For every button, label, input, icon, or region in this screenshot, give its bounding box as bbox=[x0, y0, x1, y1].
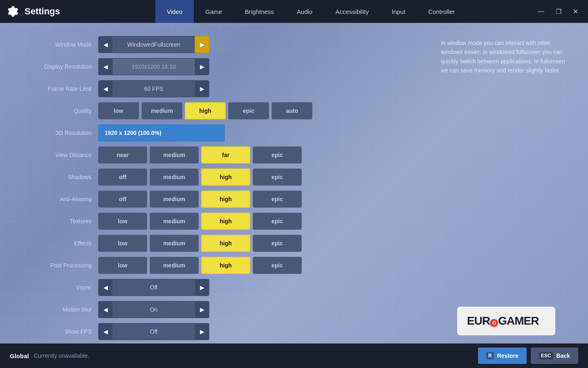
effects-medium[interactable]: medium bbox=[150, 235, 199, 252]
vsync-control: ◀ Off ▶ bbox=[98, 279, 209, 296]
display-resolution-label: Display Resolution bbox=[16, 63, 98, 70]
minimize-button[interactable]: — bbox=[534, 6, 548, 17]
vsync-row: Vsync ◀ Off ▶ bbox=[16, 278, 424, 297]
shadows-medium[interactable]: medium bbox=[150, 168, 199, 186]
effects-high[interactable]: high bbox=[201, 235, 250, 252]
vsync-label: Vsync bbox=[16, 284, 98, 291]
textures-epic[interactable]: epic bbox=[253, 213, 302, 230]
resolution-3d-button[interactable]: 1920 x 1200 (100.0%) bbox=[98, 124, 225, 141]
show-fps-label: Show FPS bbox=[16, 328, 98, 335]
window-mode-row: Window Mode ◀ WindowedFullscreen ▶ bbox=[16, 35, 424, 54]
title-bar: Settings Video Game Brightness Audio Acc… bbox=[0, 0, 588, 23]
shadows-buttons: off medium high epic bbox=[98, 168, 302, 186]
anti-aliasing-high[interactable]: high bbox=[201, 191, 250, 208]
window-mode-prev[interactable]: ◀ bbox=[98, 36, 113, 53]
show-fps-control: ◀ Off ▶ bbox=[98, 323, 209, 340]
watermark-circle: O bbox=[490, 319, 498, 327]
display-resolution-control: ◀ 1920x1200 16:10 ▶ bbox=[98, 58, 209, 75]
vsync-next[interactable]: ▶ bbox=[195, 279, 209, 296]
show-fps-row: Show FPS ◀ Off ▶ bbox=[16, 322, 424, 341]
view-distance-row: View Distance near medium far epic bbox=[16, 146, 424, 164]
restore-button[interactable]: R Restore bbox=[478, 348, 527, 364]
effects-low[interactable]: low bbox=[98, 235, 147, 252]
status-text: Currently unavailable. bbox=[34, 352, 89, 359]
shadows-label: Shadows bbox=[16, 174, 98, 180]
back-button[interactable]: ESC Back bbox=[531, 348, 578, 364]
tab-accessibility[interactable]: Accessibility bbox=[324, 0, 380, 23]
anti-aliasing-buttons: off medium high epic bbox=[98, 191, 302, 208]
post-processing-medium[interactable]: medium bbox=[150, 257, 199, 274]
post-processing-buttons: low medium high epic bbox=[98, 257, 302, 274]
help-text: In window mode you can interact with oth… bbox=[441, 38, 572, 75]
resolution-3d-row: 3D Resolution 1920 x 1200 (100.0%) bbox=[16, 123, 424, 142]
textures-low[interactable]: low bbox=[98, 213, 147, 230]
post-processing-low[interactable]: low bbox=[98, 257, 147, 274]
tab-brightness[interactable]: Brightness bbox=[233, 0, 285, 23]
nav-tabs: Video Game Brightness Audio Accessibilit… bbox=[155, 0, 534, 23]
tab-controller[interactable]: Controller bbox=[417, 0, 466, 23]
quality-buttons: low medium high epic auto bbox=[98, 102, 312, 119]
quality-high[interactable]: high bbox=[185, 102, 226, 119]
main-content: Window Mode ◀ WindowedFullscreen ▶ Displ… bbox=[0, 23, 588, 343]
frame-rate-prev[interactable]: ◀ bbox=[98, 80, 113, 97]
display-resolution-prev[interactable]: ◀ bbox=[98, 58, 113, 75]
effects-row: Effects low medium high epic bbox=[16, 234, 424, 253]
view-distance-buttons: near medium far epic bbox=[98, 146, 302, 164]
view-distance-label: View Distance bbox=[16, 152, 98, 158]
quality-low[interactable]: low bbox=[98, 102, 139, 119]
back-label: Back bbox=[557, 352, 570, 359]
post-processing-epic[interactable]: epic bbox=[253, 257, 302, 274]
window-mode-next[interactable]: ▶ bbox=[195, 36, 209, 53]
title-bar-left: Settings bbox=[0, 5, 155, 18]
motion-blur-prev[interactable]: ◀ bbox=[98, 301, 113, 318]
frame-rate-value: 60 FPS bbox=[113, 80, 195, 97]
effects-epic[interactable]: epic bbox=[253, 235, 302, 252]
tab-video[interactable]: Video bbox=[155, 0, 194, 23]
shadows-high[interactable]: high bbox=[201, 168, 250, 186]
maximize-button[interactable]: ❐ bbox=[552, 6, 565, 17]
anti-aliasing-row: Anti-Aliasing off medium high epic bbox=[16, 190, 424, 209]
quality-auto[interactable]: auto bbox=[272, 102, 312, 119]
vsync-prev[interactable]: ◀ bbox=[98, 279, 113, 296]
motion-blur-row: Motion Blur ◀ On ▶ bbox=[16, 300, 424, 319]
anti-aliasing-medium[interactable]: medium bbox=[150, 191, 199, 208]
quality-epic[interactable]: epic bbox=[228, 102, 269, 119]
window-mode-label: Window Mode bbox=[16, 41, 98, 48]
textures-label: Textures bbox=[16, 218, 98, 224]
textures-high[interactable]: high bbox=[201, 213, 250, 230]
frame-rate-control: ◀ 60 FPS ▶ bbox=[98, 80, 209, 97]
display-resolution-value: 1920x1200 16:10 bbox=[113, 58, 195, 75]
show-fps-value: Off bbox=[113, 323, 195, 340]
settings-left: Window Mode ◀ WindowedFullscreen ▶ Displ… bbox=[16, 35, 424, 344]
shadows-off[interactable]: off bbox=[98, 168, 147, 186]
display-resolution-next[interactable]: ▶ bbox=[195, 58, 209, 75]
motion-blur-next[interactable]: ▶ bbox=[195, 301, 209, 318]
tab-game[interactable]: Game bbox=[194, 0, 233, 23]
shadows-epic[interactable]: epic bbox=[253, 168, 302, 186]
post-processing-row: Post Processing low medium high epic bbox=[16, 256, 424, 275]
post-processing-high[interactable]: high bbox=[201, 257, 250, 274]
settings-panel: Window Mode ◀ WindowedFullscreen ▶ Displ… bbox=[0, 23, 588, 352]
show-fps-next[interactable]: ▶ bbox=[195, 323, 209, 340]
view-distance-medium[interactable]: medium bbox=[150, 146, 199, 164]
anti-aliasing-off[interactable]: off bbox=[98, 191, 147, 208]
window-controls: — ❐ ✕ bbox=[534, 6, 588, 17]
view-distance-epic[interactable]: epic bbox=[253, 146, 302, 164]
view-distance-far[interactable]: far bbox=[201, 146, 250, 164]
textures-row: Textures low medium high epic bbox=[16, 212, 424, 231]
show-fps-prev[interactable]: ◀ bbox=[98, 323, 113, 340]
motion-blur-label: Motion Blur bbox=[16, 306, 98, 313]
textures-medium[interactable]: medium bbox=[150, 213, 199, 230]
anti-aliasing-epic[interactable]: epic bbox=[253, 191, 302, 208]
window-mode-value: WindowedFullscreen bbox=[113, 36, 195, 53]
view-distance-near[interactable]: near bbox=[98, 146, 147, 164]
vsync-value: Off bbox=[113, 279, 195, 296]
close-button[interactable]: ✕ bbox=[570, 6, 581, 17]
quality-medium[interactable]: medium bbox=[141, 102, 182, 119]
frame-rate-label: Frame Rate Limit bbox=[16, 85, 98, 92]
tab-input[interactable]: Input bbox=[380, 0, 417, 23]
bottom-bar: Global Currently unavailable. R Restore … bbox=[0, 343, 588, 368]
tab-audio[interactable]: Audio bbox=[285, 0, 324, 23]
frame-rate-next[interactable]: ▶ bbox=[195, 80, 209, 97]
shadows-row: Shadows off medium high epic bbox=[16, 168, 424, 186]
